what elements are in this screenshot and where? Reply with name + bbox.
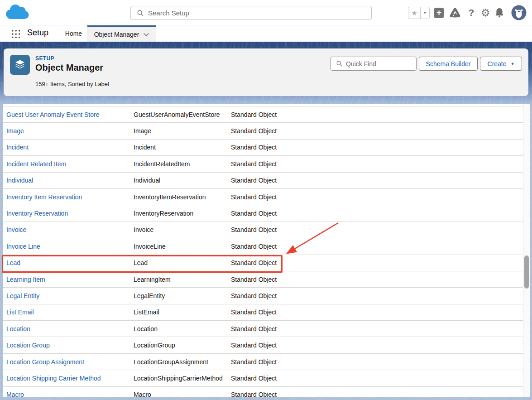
chevron-down-icon [144,33,149,36]
app-launcher-icon[interactable] [11,29,20,38]
object-rows: Guest User Anomaly Event StoreGuestUserA… [3,106,523,397]
object-label-link[interactable]: Incident Related Item [6,160,134,168]
object-label-link[interactable]: Location Group [6,342,134,349]
table-scrollbar-thumb[interactable] [524,255,529,289]
object-label-link[interactable]: Inventory Reservation [6,210,134,217]
notifications-bell-icon[interactable] [494,0,505,25]
object-type: Standard Object [231,210,523,217]
object-label-link[interactable]: Invoice [6,226,134,233]
object-api-name: IncidentRelatedItem [134,160,231,168]
object-label-link[interactable]: Macro [6,391,134,397]
salesforce-setup-screen: ★ ▼ + ? ⚙ Setup Home [0,0,532,400]
object-manager-icon [10,55,30,75]
object-type: Standard Object [231,144,523,151]
object-type: Standard Object [231,292,523,299]
object-row: List EmailListEmailStandard Object [3,304,523,321]
quick-find-input[interactable] [346,60,416,67]
salesforce-cloud-logo [5,3,30,22]
page-title: Object Manager [35,63,103,73]
object-type: Standard Object [231,177,523,184]
user-avatar[interactable] [511,5,527,20]
object-label-link[interactable]: Image [6,127,134,135]
object-type: Standard Object [231,358,523,366]
search-icon [137,10,144,16]
app-name: Setup [27,28,48,38]
object-label-link[interactable]: Guest User Anomaly Event Store [6,111,134,118]
object-api-name: InvoiceLine [134,243,231,250]
tab-object-manager-label: Object Manager [94,31,139,38]
object-row: IndividualIndividualStandard Object [3,173,523,189]
setup-gear-icon[interactable]: ⚙ [479,0,492,25]
object-row: LeadLeadStandard Object [3,255,523,271]
object-api-name: Image [134,127,231,135]
global-search [130,6,372,20]
object-label-link[interactable]: Invoice Line [6,243,134,250]
eyebrow-setup-label: SETUP [35,55,54,62]
search-icon [336,61,342,67]
object-row: IncidentIncidentStandard Object [3,140,523,156]
object-row: LocationLocationStandard Object [3,321,523,337]
favorites-star-button[interactable]: ★ [408,7,420,19]
object-label-link[interactable]: Lead [6,259,134,266]
object-type: Standard Object [231,342,523,349]
object-type: Standard Object [231,391,523,397]
table-scrollbar-track[interactable] [523,104,530,397]
setup-context-bar: Setup Home Object Manager [0,25,532,42]
tab-object-manager[interactable]: Object Manager [87,25,156,42]
object-label-link[interactable]: Legal Entity [6,292,134,299]
quick-find-box [331,57,417,71]
object-api-name: InventoryItemReservation [134,193,231,201]
global-nav: ★ ▼ + ? ⚙ [0,0,532,25]
create-button[interactable]: Create ▼ [480,57,522,71]
object-type: Standard Object [231,226,523,233]
object-type: Standard Object [231,243,523,250]
object-label-link[interactable]: Learning Item [6,276,134,283]
guidance-center-icon[interactable] [448,0,462,25]
object-type: Standard Object [231,325,523,333]
object-type: Standard Object [231,375,523,382]
create-label: Create [488,60,507,67]
object-row: Location GroupLocationGroupStandard Obje… [3,337,523,353]
object-type: Standard Object [231,127,523,135]
object-label-link[interactable]: Location [6,325,134,333]
create-dropdown-caret-icon: ▼ [511,62,515,66]
search-setup-input[interactable] [148,9,371,17]
object-api-name: Lead [134,259,231,266]
object-api-name: ListEmail [134,308,231,316]
global-actions-plus-icon[interactable]: + [434,8,444,18]
object-type: Standard Object [231,259,523,266]
object-label-link[interactable]: Incident [6,144,134,151]
object-label-link[interactable]: Location Shipping Carrier Method [6,375,134,382]
object-row: Legal EntityLegalEntityStandard Object [3,288,523,304]
help-icon[interactable]: ? [466,0,477,25]
object-label-link[interactable]: List Email [6,308,134,316]
object-type: Standard Object [231,276,523,283]
object-label-link[interactable]: Individual [6,177,134,184]
object-type: Standard Object [231,308,523,316]
schema-builder-button[interactable]: Schema Builder [419,57,478,71]
object-api-name: InventoryReservation [134,210,231,217]
object-row: MacroMacroStandard Object [3,387,523,397]
object-api-name: LocationGroupAssignment [134,358,231,366]
object-api-name: LearningItem [134,276,231,283]
object-api-name: LegalEntity [134,292,231,299]
object-label-link[interactable]: Inventory Item Reservation [6,193,134,201]
tab-home-label: Home [65,30,82,37]
object-type: Standard Object [231,160,523,168]
page-header-card: SETUP Object Manager 159+ Items, Sorted … [4,48,528,96]
schema-builder-label: Schema Builder [426,60,471,67]
object-api-name: Macro [134,391,231,397]
object-row: InvoiceInvoiceStandard Object [3,222,523,238]
object-row: Inventory ReservationInventoryReservatio… [3,205,523,222]
object-table: Guest User Anomaly Event StoreGuestUserA… [3,104,523,397]
object-row: Incident Related ItemIncidentRelatedItem… [3,156,523,172]
setup-background: SETUP Object Manager 159+ Items, Sorted … [0,42,532,400]
object-label-link[interactable]: Location Group Assignment [6,358,134,366]
object-row: Location Shipping Carrier MethodLocation… [3,370,523,386]
object-row: Invoice LineInvoiceLineStandard Object [3,238,523,255]
object-api-name: LocationGroup [134,342,231,349]
object-row: Guest User Anomaly Event StoreGuestUserA… [3,106,523,123]
favorites-dropdown-button[interactable]: ▼ [420,7,429,19]
tab-home[interactable]: Home [60,25,87,42]
favorites-control: ★ ▼ [408,7,430,19]
